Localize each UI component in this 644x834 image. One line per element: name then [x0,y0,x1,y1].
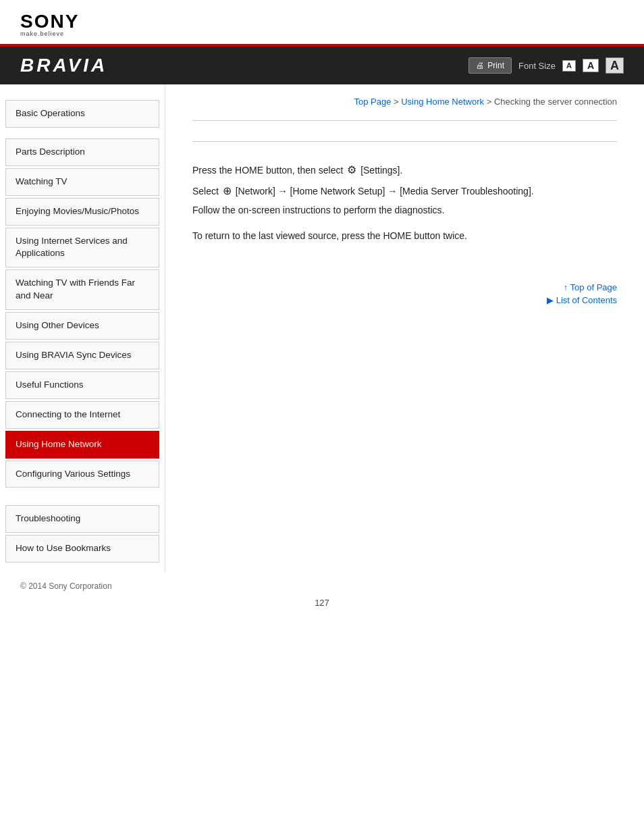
top-bar: SONY make.believe [0,0,644,47]
sidebar-item-enjoying-movies[interactable]: Enjoying Movies/Music/Photos [5,198,159,226]
network-icon: ⊕ [223,185,232,197]
hr-top [192,120,617,121]
sidebar-item-home-network[interactable]: Using Home Network [5,431,159,459]
footer-links: ↑ Top of Page ▶ List of Contents [192,282,617,305]
font-large-button[interactable]: A [606,57,624,74]
top-of-page-link[interactable]: ↑ Top of Page [192,282,617,292]
bravia-controls: 🖨 Print Font Size A A A [468,57,624,74]
step2-end: [Network] → [Home Network Setup] → [Medi… [236,186,534,197]
page-footer: © 2014 Sony Corporation [0,571,644,591]
list-of-contents-link[interactable]: ▶ List of Contents [192,295,617,305]
sony-tagline: make.believe [20,31,624,37]
breadcrumb-current: Checking the server connection [494,97,617,107]
font-small-button[interactable]: A [562,60,576,72]
sidebar-item-bravia-sync[interactable]: Using BRAVIA Sync Devices [5,342,159,369]
sony-logo: SONY make.believe [20,12,624,37]
arrow-right-icon: ▶ [547,295,556,305]
sidebar-item-connecting-internet[interactable]: Connecting to the Internet [5,401,159,429]
step1-text: Press the HOME button, then select [192,165,343,176]
breadcrumb-top-page[interactable]: Top Page [354,97,391,107]
font-medium-button[interactable]: A [583,59,599,72]
sidebar-item-bookmarks[interactable]: How to Use Bookmarks [5,535,159,563]
hr-second [192,141,617,142]
step-2: Select ⊕ [Network] → [Home Network Setup… [192,182,617,200]
font-size-label: Font Size [518,61,556,71]
breadcrumb-sep2: > [484,97,494,107]
step2-start: Select [192,186,219,197]
sidebar-item-parts-description[interactable]: Parts Description [5,138,159,166]
print-label: Print [487,61,504,70]
print-icon: 🖨 [476,61,484,70]
arrow-up-icon: ↑ [564,282,570,292]
step-1: Press the HOME button, then select ⚙ [Se… [192,161,617,179]
bravia-title: BRAVIA [20,55,107,76]
print-button[interactable]: 🖨 Print [468,57,512,74]
copyright-text: © 2014 Sony Corporation [20,581,112,591]
sidebar-item-basic-operations[interactable]: Basic Operations [5,100,159,128]
sidebar-item-troubleshooting[interactable]: Troubleshooting [5,505,159,533]
content-area: Top Page > Using Home Network > Checking… [165,84,644,571]
sidebar-item-internet-services[interactable]: Using Internet Services and Applications [5,228,159,268]
sony-wordmark: SONY [20,12,624,31]
article-note: To return to the last viewed source, pre… [192,228,617,244]
settings-icon: ⚙ [347,164,356,176]
sidebar-item-useful-functions[interactable]: Useful Functions [5,371,159,399]
breadcrumb-home-network[interactable]: Using Home Network [401,97,484,107]
step1-end: [Settings]. [360,165,402,176]
page-number: 127 [0,591,644,615]
sidebar-item-other-devices[interactable]: Using Other Devices [5,312,159,340]
article-content: Press the HOME button, then select ⚙ [Se… [192,154,617,262]
sidebar-item-configuring-settings[interactable]: Configuring Various Settings [5,461,159,488]
sidebar-item-watching-friends[interactable]: Watching TV with Friends Far and Near [5,269,159,310]
main-layout: Basic Operations Parts Description Watch… [0,84,644,571]
step-3: Follow the on-screen instructions to per… [192,203,617,219]
breadcrumb: Top Page > Using Home Network > Checking… [192,91,617,115]
bravia-bar: BRAVIA 🖨 Print Font Size A A A [0,47,644,84]
sidebar-item-watching-tv[interactable]: Watching TV [5,168,159,196]
breadcrumb-sep1: > [391,97,401,107]
sidebar: Basic Operations Parts Description Watch… [0,84,165,571]
